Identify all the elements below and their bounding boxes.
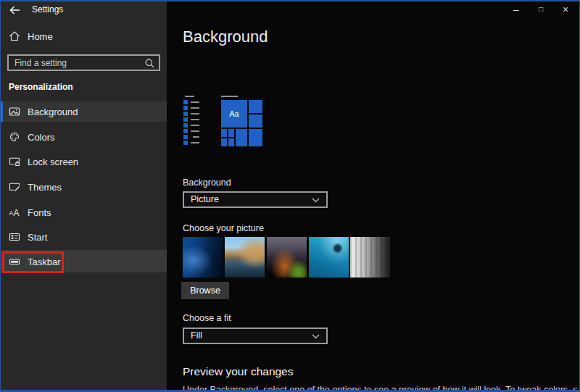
fonts-icon: A A [9, 207, 20, 218]
sidebar-item-label: Lock screen [28, 157, 78, 167]
sidebar-item-lock-screen[interactable]: Lock screen [0, 151, 167, 172]
window-title: Settings [32, 4, 63, 14]
preview-shape [193, 136, 199, 138]
colors-icon [9, 131, 20, 143]
preview-tile [228, 138, 234, 146]
preview-shape [183, 100, 188, 104]
sidebar-item-themes[interactable]: Themes [0, 177, 167, 197]
preview-shape [191, 101, 199, 103]
preview-shape [191, 113, 199, 114]
browse-button[interactable]: Browse [181, 282, 229, 299]
preview-shape [191, 125, 199, 126]
lock-screen-icon [9, 156, 20, 167]
preview-tile [221, 138, 227, 146]
background-type-label: Background [183, 178, 231, 188]
chevron-down-icon [312, 198, 320, 203]
search-box [7, 54, 160, 71]
preview-shape [191, 119, 199, 120]
preview-tile [221, 129, 227, 137]
page-title: Background [183, 28, 268, 46]
sidebar-item-label: Home [28, 31, 53, 42]
preview-shape [183, 141, 188, 145]
back-button[interactable] [9, 4, 23, 16]
search-input[interactable] [9, 56, 159, 70]
window-border-top [0, 0, 580, 1]
sidebar-item-home[interactable]: Home [0, 28, 167, 46]
preview-shape [191, 130, 199, 132]
preview-shape [183, 117, 188, 122]
wallpaper-thumbnail-night-sky[interactable] [267, 237, 307, 278]
home-icon [9, 30, 20, 42]
preview-tile [249, 129, 262, 146]
preview-tile [249, 114, 262, 128]
chevron-down-icon [312, 334, 320, 339]
preview-shape [191, 107, 199, 109]
maximize-button[interactable]: □ [529, 2, 552, 17]
preview-tile [236, 129, 247, 146]
sidebar-item-colors[interactable]: Colors [0, 127, 167, 147]
preview-shape [185, 96, 194, 97]
wallpaper-thumbnail-ocean[interactable] [309, 237, 349, 278]
choose-picture-label: Choose your picture [183, 223, 264, 233]
sidebar-item-start[interactable]: Start [0, 227, 167, 247]
preview-sample-tile: Aa [221, 100, 247, 128]
preview-shape [183, 123, 188, 128]
minimize-button[interactable]: – [505, 2, 528, 17]
wallpaper-thumbnail-beach[interactable] [225, 237, 265, 278]
sidebar-item-label: Background [28, 107, 78, 117]
sidebar-item-label: Taskbar [28, 257, 61, 267]
sidebar-item-fonts[interactable]: A A Fonts [0, 202, 167, 222]
sidebar: Settings Home Personalization [0, 0, 167, 392]
taskbar-icon [9, 256, 20, 267]
choose-fit-label: Choose a fit [183, 313, 231, 323]
section-header-personalization: Personalization [9, 82, 73, 92]
preview-shape [183, 106, 188, 110]
wallpaper-thumbnail-cliff[interactable] [350, 237, 390, 278]
themes-icon [9, 181, 20, 193]
dropdown-value: Picture [191, 194, 219, 204]
search-icon [144, 58, 155, 69]
sidebar-item-label: Start [28, 232, 47, 243]
sidebar-item-label: Themes [28, 182, 62, 193]
close-button[interactable]: × [554, 2, 577, 17]
preview-changes-heading: Preview your changes [183, 365, 294, 378]
fit-dropdown[interactable]: Fill [183, 328, 328, 344]
sidebar-item-taskbar[interactable]: Taskbar [0, 250, 167, 272]
svg-text:A: A [14, 208, 20, 218]
preview-shape [183, 135, 188, 139]
sidebar-item-background[interactable]: Background [0, 101, 167, 122]
window-border-left [0, 0, 1, 392]
preview-tile [228, 129, 234, 137]
sidebar-item-label: Fonts [28, 207, 51, 218]
preview-tile [249, 100, 262, 113]
settings-window: Settings Home Personalization [0, 0, 580, 392]
preview-shape [221, 96, 238, 97]
sidebar-item-label: Colors [28, 132, 55, 143]
background-type-dropdown[interactable]: Picture [183, 191, 328, 208]
preview-shape [183, 112, 188, 116]
back-arrow-icon [9, 4, 23, 16]
dropdown-value: Fill [191, 330, 202, 341]
start-icon [9, 231, 20, 243]
preview-shape [183, 129, 188, 133]
background-icon [9, 106, 20, 117]
preview-shape [191, 142, 199, 143]
wallpaper-thumbnail-windows-default[interactable] [183, 237, 223, 278]
background-preview: Aa [183, 93, 264, 148]
